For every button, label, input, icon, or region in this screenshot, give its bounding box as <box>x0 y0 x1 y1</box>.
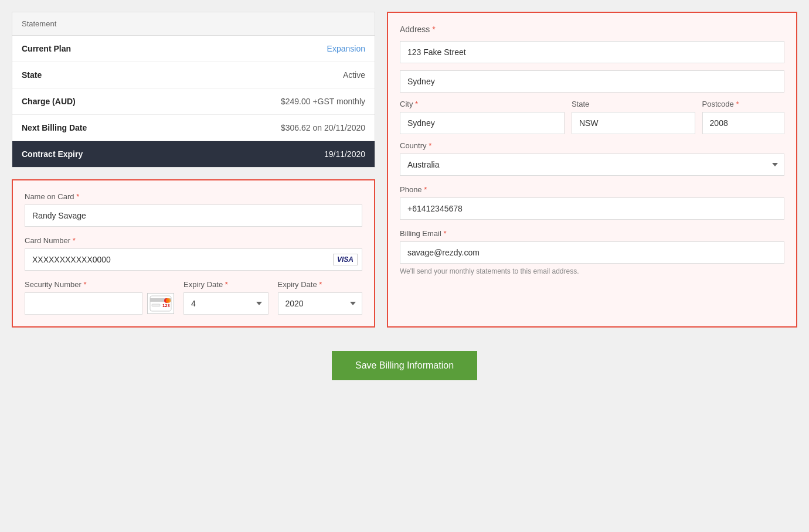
country-select[interactable]: AustraliaNew ZealandUnited StatesUnited … <box>400 154 784 176</box>
security-number-group: Security Number * 123 <box>25 280 174 315</box>
card-number-label: Card Number * <box>25 236 362 245</box>
expiry-year-group: Expiry Date * 20202021202220232024202520… <box>278 280 363 315</box>
charge-value: $249.00 +GST monthly <box>281 97 365 106</box>
expiry-year-label: Expiry Date * <box>278 280 363 289</box>
name-on-card-label: Name on Card * <box>25 192 362 201</box>
postcode-group: Postcode * <box>702 100 784 134</box>
billing-email-hint: We'll send your monthly statements to th… <box>400 267 784 275</box>
statement-title: Statement <box>22 19 56 28</box>
next-billing-label: Next Billing Date <box>22 123 87 132</box>
expiry-year-required-marker: * <box>319 280 322 289</box>
bottom-card-fields: Security Number * 123 <box>25 280 362 315</box>
statement-header: Statement <box>12 12 375 36</box>
card-number-input[interactable] <box>25 248 362 271</box>
card-number-group: Card Number * VISA <box>25 236 362 271</box>
card-number-required-marker: * <box>73 236 76 245</box>
name-on-card-input[interactable] <box>25 204 362 227</box>
expiry-month-group: Expiry Date * 123456789101112 <box>183 280 268 315</box>
security-wrapper: 123 <box>25 292 174 315</box>
svg-point-5 <box>166 298 171 303</box>
expiry-month-select[interactable]: 123456789101112 <box>183 292 268 315</box>
contract-expiry-label: Contract Expiry <box>22 149 83 159</box>
expiry-year-select[interactable]: 2020202120222023202420252026202720282029… <box>278 292 363 315</box>
city-label: City * <box>400 100 565 108</box>
address-line1-input[interactable] <box>400 41 784 63</box>
phone-required-marker: * <box>424 185 427 194</box>
charge-label: Charge (AUD) <box>22 97 76 106</box>
state-row: State Active <box>12 62 375 88</box>
billing-email-label: Billing Email * <box>400 229 784 238</box>
contract-expiry-value: 19/11/2020 <box>324 149 365 159</box>
next-billing-value: $306.62 on 20/11/2020 <box>281 123 365 132</box>
card-section: Name on Card * Card Number * VISA <box>12 179 375 328</box>
security-input[interactable] <box>25 292 142 315</box>
visa-badge: VISA <box>333 254 358 265</box>
name-on-card-group: Name on Card * <box>25 192 362 227</box>
state-group: State <box>572 100 695 134</box>
state-input[interactable] <box>572 112 695 134</box>
phone-input[interactable] <box>400 197 784 220</box>
state-value: Active <box>343 70 365 80</box>
city-group: City * <box>400 100 565 134</box>
billing-email-required-marker: * <box>443 229 446 238</box>
billing-email-group: Billing Email * We'll send your monthly … <box>400 229 784 275</box>
save-button-container: Save Billing Information <box>12 351 797 380</box>
security-required-marker: * <box>83 280 86 289</box>
expiry-month-label: Expiry Date * <box>183 280 268 289</box>
state-label: State <box>22 70 42 80</box>
city-state-postcode-row: City * State Postcode * <box>400 100 784 134</box>
state-sub-label: State <box>572 100 695 108</box>
expiry-month-required-marker: * <box>225 280 228 289</box>
contract-expiry-row: Contract Expiry 19/11/2020 <box>12 141 375 167</box>
address-required-marker: * <box>432 25 435 34</box>
address-line2-input[interactable] <box>400 70 784 93</box>
charge-row: Charge (AUD) $249.00 +GST monthly <box>12 88 375 115</box>
address-line2-group <box>400 70 784 93</box>
postcode-label: Postcode * <box>702 100 784 108</box>
card-number-wrapper: VISA <box>25 248 362 271</box>
svg-rect-2 <box>152 304 160 306</box>
address-label: Address * <box>400 25 784 34</box>
postcode-input[interactable] <box>702 112 784 134</box>
save-billing-button[interactable]: Save Billing Information <box>332 351 477 380</box>
current-plan-row: Current Plan Expansion <box>12 36 375 62</box>
left-panel: Statement Current Plan Expansion State A… <box>12 12 375 328</box>
billing-email-input[interactable] <box>400 241 784 264</box>
security-label: Security Number * <box>25 280 174 289</box>
country-group: Country * AustraliaNew ZealandUnited Sta… <box>400 141 784 176</box>
statement-section: Statement Current Plan Expansion State A… <box>12 12 375 168</box>
svg-text:123: 123 <box>162 303 170 308</box>
country-required-marker: * <box>429 141 431 150</box>
cvv-icon: 123 <box>147 293 174 314</box>
city-input[interactable] <box>400 112 565 134</box>
current-plan-label: Current Plan <box>22 44 71 53</box>
address-line1-group: Address * <box>400 25 784 63</box>
country-label: Country * <box>400 141 784 150</box>
name-required-marker: * <box>76 192 79 201</box>
phone-label: Phone * <box>400 185 784 194</box>
current-plan-value: Expansion <box>327 44 365 53</box>
phone-group: Phone * <box>400 185 784 220</box>
next-billing-row: Next Billing Date $306.62 on 20/11/2020 <box>12 115 375 141</box>
postcode-required-marker: * <box>736 100 739 108</box>
city-required-marker: * <box>415 100 418 108</box>
right-panel: Address * City * State <box>387 12 797 328</box>
